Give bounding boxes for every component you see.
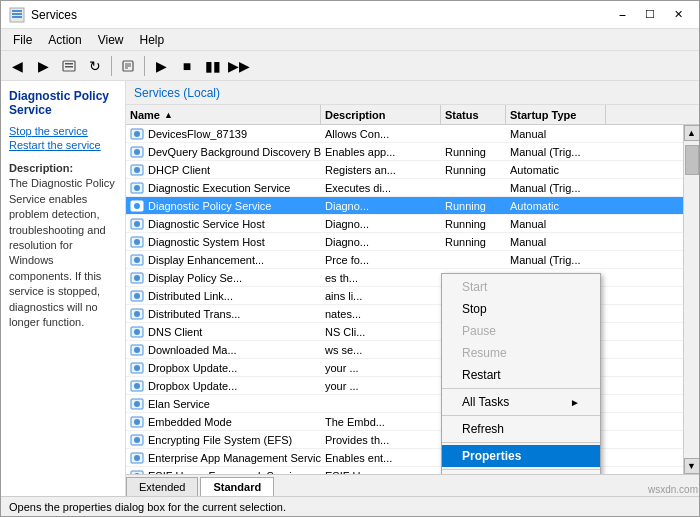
service-icon [130, 379, 144, 393]
column-header-description[interactable]: Description [321, 105, 441, 124]
svg-point-34 [134, 329, 140, 335]
table-row[interactable]: DevicesFlow_87139 Allows Con... Manual [126, 125, 699, 143]
menu-view[interactable]: View [90, 31, 132, 49]
service-icon [130, 127, 144, 141]
minimize-button[interactable]: ‒ [609, 5, 635, 25]
service-icon [130, 307, 144, 321]
maximize-button[interactable]: ☐ [637, 5, 663, 25]
main-content: Diagnostic Policy Service Stop the servi… [1, 81, 699, 496]
cell-startup-type: Manual [506, 218, 606, 230]
tab-extended[interactable]: Extended [126, 477, 198, 496]
menu-action[interactable]: Action [40, 31, 89, 49]
service-icon [130, 397, 144, 411]
cell-startup-type: Manual [506, 236, 606, 248]
table-row[interactable]: Diagnostic System Host Diagno... Running… [126, 233, 699, 251]
context-menu-separator [442, 442, 600, 443]
service-icon [130, 181, 144, 195]
cell-description: es th... [321, 272, 441, 284]
service-icon [130, 199, 144, 213]
table-row[interactable]: Display Enhancement... Prce fo... Manual… [126, 251, 699, 269]
restart-service-link[interactable]: Restart the service [9, 139, 117, 151]
table-row[interactable]: Embedded Mode The Embd... Manual [126, 413, 699, 431]
service-icon [130, 235, 144, 249]
menu-help[interactable]: Help [132, 31, 173, 49]
svg-point-14 [134, 149, 140, 155]
cell-description: Executes di... [321, 182, 441, 194]
title-bar: Services ‒ ☐ ✕ [1, 1, 699, 29]
cell-description: Enables app... [321, 146, 441, 158]
svg-point-36 [134, 347, 140, 353]
cell-name: Elan Service [126, 397, 321, 411]
table-row[interactable]: Downloaded Ma... ws se... Automatic (...… [126, 341, 699, 359]
svg-point-18 [134, 185, 140, 191]
svg-point-26 [134, 257, 140, 263]
cell-description: ESIF Upper ... [321, 470, 441, 475]
table-row[interactable]: DHCP Client Registers an... Running Auto… [126, 161, 699, 179]
table-row[interactable]: Encrypting File System (EFS) Provides th… [126, 431, 699, 449]
status-text: Opens the properties dialog box for the … [9, 501, 286, 513]
svg-point-24 [134, 239, 140, 245]
cell-name: Dropbox Update... [126, 361, 321, 375]
content-area: Services (Local) Name ▲ Description Stat… [126, 81, 699, 496]
table-row[interactable]: DNS Client NS Cli... Running Automatic (… [126, 323, 699, 341]
table-row[interactable]: Dropbox Update... your ... Manual [126, 377, 699, 395]
stop-button[interactable]: ■ [175, 54, 199, 78]
next-button[interactable]: ▶▶ [227, 54, 251, 78]
cell-name: Distributed Trans... [126, 307, 321, 321]
svg-point-28 [134, 275, 140, 281]
close-button[interactable]: ✕ [665, 5, 691, 25]
cell-startup-type: Manual (Trig... [506, 254, 606, 266]
context-menu-item-all-tasks[interactable]: All Tasks► [442, 391, 600, 413]
up-button[interactable] [57, 54, 81, 78]
column-header-status[interactable]: Status [441, 105, 506, 124]
table-row[interactable]: Distributed Link... ains li... Manual [126, 287, 699, 305]
scroll-up-button[interactable]: ▲ [684, 125, 700, 141]
table-row[interactable]: Diagnostic Policy Service Diagno... Runn… [126, 197, 699, 215]
context-menu-item-help[interactable]: Help [442, 472, 600, 474]
breadcrumb: Services (Local) [134, 86, 220, 100]
scroll-thumb[interactable] [685, 145, 699, 175]
table-row[interactable]: Elan Service Running Automatic [126, 395, 699, 413]
cell-name: Display Policy Se... [126, 271, 321, 285]
cell-description: nates... [321, 308, 441, 320]
svg-point-44 [134, 419, 140, 425]
table-row[interactable]: Display Policy Se... es th... Automatic … [126, 269, 699, 287]
service-icon [130, 433, 144, 447]
context-menu-item-refresh[interactable]: Refresh [442, 418, 600, 440]
back-button[interactable]: ◀ [5, 54, 29, 78]
play-button[interactable]: ▶ [149, 54, 173, 78]
scroll-down-button[interactable]: ▼ [684, 458, 700, 474]
table-row[interactable]: Diagnostic Execution Service Executes di… [126, 179, 699, 197]
cell-status: Running [441, 200, 506, 212]
cell-description: ains li... [321, 290, 441, 302]
refresh-button[interactable]: ↻ [83, 54, 107, 78]
status-bar: Opens the properties dialog box for the … [1, 496, 699, 516]
pause-button[interactable]: ▮▮ [201, 54, 225, 78]
cell-status: Running [441, 218, 506, 230]
menu-file[interactable]: File [5, 31, 40, 49]
column-header-startup-type[interactable]: Startup Type [506, 105, 606, 124]
cell-description: ws se... [321, 344, 441, 356]
svg-point-48 [134, 455, 140, 461]
cell-name: Diagnostic Execution Service [126, 181, 321, 195]
stop-service-link[interactable]: Stop the service [9, 125, 117, 137]
context-menu-item-properties[interactable]: Properties [442, 445, 600, 467]
table-row[interactable]: DevQuery Background Discovery B... Enabl… [126, 143, 699, 161]
vertical-scrollbar[interactable]: ▲ ▼ [683, 125, 699, 474]
tab-standard[interactable]: Standard [200, 477, 274, 496]
svg-rect-1 [12, 10, 22, 12]
context-menu-item-stop[interactable]: Stop [442, 298, 600, 320]
context-menu-item-resume: Resume [442, 342, 600, 364]
table-row[interactable]: ESIF Upper Framework Service ESIF Upper … [126, 467, 699, 474]
cell-name: Diagnostic Service Host [126, 217, 321, 231]
cell-name: Downloaded Ma... [126, 343, 321, 357]
forward-button[interactable]: ▶ [31, 54, 55, 78]
svg-point-22 [134, 221, 140, 227]
table-row[interactable]: Enterprise App Management Service Enable… [126, 449, 699, 467]
export-button[interactable] [116, 54, 140, 78]
context-menu-item-restart[interactable]: Restart [442, 364, 600, 386]
table-row[interactable]: Diagnostic Service Host Diagno... Runnin… [126, 215, 699, 233]
table-row[interactable]: Distributed Trans... nates... Manual [126, 305, 699, 323]
column-header-name[interactable]: Name ▲ [126, 105, 321, 124]
table-row[interactable]: Dropbox Update... your ... Automatic (..… [126, 359, 699, 377]
